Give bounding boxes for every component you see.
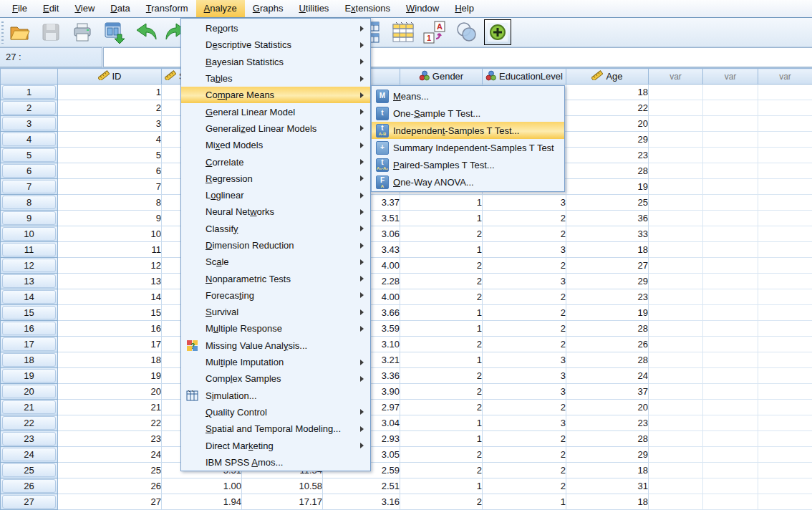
cell[interactable]: 2 bbox=[400, 368, 483, 384]
cell[interactable]: 3 bbox=[483, 195, 566, 211]
cell[interactable] bbox=[758, 384, 812, 400]
cell[interactable] bbox=[649, 352, 703, 368]
analyze-menu-item-bayesian-statistics[interactable]: Bayesian Statistics bbox=[181, 54, 370, 70]
analyze-menu-item-multiple-imputation[interactable]: Multiple Imputation bbox=[181, 354, 370, 370]
menubar-item-file[interactable]: File bbox=[4, 0, 35, 17]
analyze-menu-item-scale[interactable]: Scale bbox=[181, 254, 370, 270]
cell[interactable]: 18 bbox=[566, 463, 649, 478]
cell[interactable]: 22 bbox=[58, 415, 162, 431]
submenu-item-paired-samples-t-test[interactable]: tA₁-A₂Paired-Samples T Test... bbox=[372, 156, 564, 173]
row-header[interactable]: 16 bbox=[1, 321, 58, 337]
cell[interactable] bbox=[758, 305, 812, 321]
cell[interactable]: 2 bbox=[400, 494, 483, 510]
cell[interactable] bbox=[758, 179, 812, 195]
cell[interactable]: 2 bbox=[400, 384, 483, 400]
cell[interactable]: 1 bbox=[400, 478, 483, 494]
cell[interactable]: 20 bbox=[566, 400, 649, 415]
cell[interactable] bbox=[649, 226, 703, 242]
menubar-item-analyze[interactable]: Analyze bbox=[196, 0, 245, 17]
select-cases-icon[interactable] bbox=[390, 19, 417, 45]
cell[interactable] bbox=[649, 195, 703, 211]
row-header[interactable]: 15 bbox=[1, 305, 58, 321]
cell[interactable]: 2 bbox=[483, 478, 566, 494]
cell[interactable] bbox=[758, 478, 812, 494]
cell[interactable]: 17.17 bbox=[242, 494, 323, 510]
row-header[interactable]: 12 bbox=[1, 258, 58, 274]
cell[interactable]: 18 bbox=[566, 242, 649, 258]
analyze-menu-item-complex-samples[interactable]: Complex Samples bbox=[181, 370, 370, 387]
cell[interactable]: 3 bbox=[483, 415, 566, 431]
menubar-item-utilities[interactable]: Utilities bbox=[291, 0, 337, 17]
cell[interactable]: 23 bbox=[566, 415, 649, 431]
cell[interactable]: 31 bbox=[566, 478, 649, 494]
cell[interactable] bbox=[758, 447, 812, 463]
cell[interactable]: 3 bbox=[483, 242, 566, 258]
cell[interactable]: 29 bbox=[566, 274, 649, 289]
cell[interactable] bbox=[703, 368, 758, 384]
cell[interactable]: 5 bbox=[58, 148, 162, 163]
column-header-gender[interactable]: Gender bbox=[400, 69, 483, 85]
cell[interactable] bbox=[703, 211, 758, 226]
cell[interactable] bbox=[703, 289, 758, 305]
recall-dialogs-icon[interactable] bbox=[100, 19, 127, 45]
cell[interactable] bbox=[758, 116, 812, 132]
cell[interactable] bbox=[649, 321, 703, 337]
row-header[interactable]: 19 bbox=[1, 368, 58, 384]
cell[interactable]: 33 bbox=[566, 226, 649, 242]
cell[interactable]: 21 bbox=[58, 400, 162, 415]
analyze-menu-item-direct-marketing[interactable]: Direct Marketing bbox=[181, 437, 370, 453]
analyze-menu-item-missing-value-analysis[interactable]: ?Missing Value Analysis... bbox=[181, 337, 370, 354]
analyze-menu-item-generalized-linear-models[interactable]: Generalized Linear Models bbox=[181, 120, 370, 137]
cell[interactable] bbox=[703, 195, 758, 211]
cell[interactable]: 2 bbox=[483, 337, 566, 352]
column-header-age[interactable]: Age bbox=[566, 69, 649, 85]
cell[interactable] bbox=[703, 100, 758, 116]
cell[interactable] bbox=[649, 337, 703, 352]
row-header[interactable]: 11 bbox=[1, 242, 58, 258]
show-all-variables-icon[interactable] bbox=[484, 19, 511, 45]
cell[interactable] bbox=[649, 258, 703, 274]
cell[interactable]: 10.58 bbox=[242, 478, 323, 494]
print-icon[interactable] bbox=[69, 19, 96, 45]
cell[interactable] bbox=[703, 179, 758, 195]
analyze-menu-item-simulation[interactable]: Simulation... bbox=[181, 388, 370, 404]
cell[interactable]: 2 bbox=[483, 226, 566, 242]
cell[interactable] bbox=[649, 478, 703, 494]
cell[interactable]: 18 bbox=[566, 85, 649, 100]
row-header[interactable]: 26 bbox=[1, 478, 58, 494]
cell[interactable] bbox=[649, 100, 703, 116]
row-header[interactable]: 5 bbox=[1, 148, 58, 163]
column-header-educationlevel[interactable]: EducationLevel bbox=[483, 69, 566, 85]
analyze-menu-item-general-linear-model[interactable]: General Linear Model bbox=[181, 103, 370, 120]
cell[interactable]: 1 bbox=[483, 494, 566, 510]
row-header[interactable]: 23 bbox=[1, 431, 58, 447]
cell[interactable]: 19 bbox=[566, 305, 649, 321]
submenu-item-one-way-anova[interactable]: FAOne-Way ANOVA... bbox=[372, 173, 564, 191]
cell[interactable]: 3.16 bbox=[323, 494, 400, 510]
row-header[interactable]: 18 bbox=[1, 352, 58, 368]
cell[interactable]: 3 bbox=[483, 384, 566, 400]
cell[interactable]: 28 bbox=[566, 431, 649, 447]
cell[interactable]: 3 bbox=[58, 116, 162, 132]
cell[interactable]: 2.51 bbox=[323, 478, 400, 494]
cell[interactable] bbox=[649, 384, 703, 400]
row-header[interactable]: 10 bbox=[1, 226, 58, 242]
cell[interactable]: 23 bbox=[566, 148, 649, 163]
cell[interactable]: 24 bbox=[58, 447, 162, 463]
cell[interactable]: 25 bbox=[566, 195, 649, 211]
cell[interactable] bbox=[758, 226, 812, 242]
cell[interactable]: 1 bbox=[400, 305, 483, 321]
cell[interactable] bbox=[649, 179, 703, 195]
cell[interactable]: 1 bbox=[400, 211, 483, 226]
analyze-menu-item-mixed-models[interactable]: Mixed Models bbox=[181, 137, 370, 153]
cell[interactable]: 27 bbox=[58, 494, 162, 510]
analyze-menu-item-loglinear[interactable]: Loglinear bbox=[181, 187, 370, 203]
cell[interactable]: 2 bbox=[483, 258, 566, 274]
cell[interactable]: 2 bbox=[400, 400, 483, 415]
column-header-var[interactable]: var bbox=[758, 69, 812, 85]
menubar-item-extensions[interactable]: Extensions bbox=[337, 0, 398, 17]
cell[interactable] bbox=[649, 289, 703, 305]
cell[interactable]: 2 bbox=[483, 211, 566, 226]
cell[interactable]: 1.00 bbox=[162, 478, 242, 494]
save-icon[interactable] bbox=[37, 19, 64, 45]
